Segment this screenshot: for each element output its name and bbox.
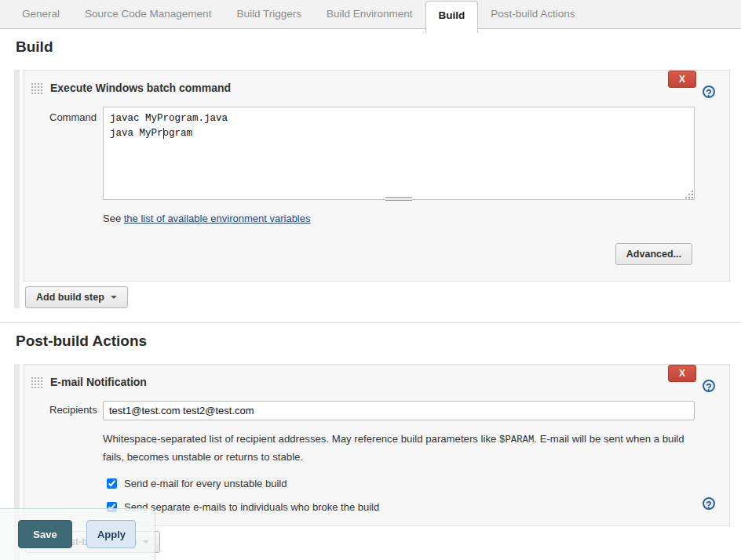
separate-emails-row: Send separate e-mails to individuals who… xyxy=(107,501,729,513)
tab-build-triggers[interactable]: Build Triggers xyxy=(224,0,314,28)
command-label: Command xyxy=(24,107,103,200)
env-variables-note: See the list of available environment va… xyxy=(103,213,729,224)
step-title: E-mail Notification xyxy=(50,376,147,388)
advanced-row: Advanced... xyxy=(24,243,692,265)
textarea-resize-bar[interactable] xyxy=(385,197,412,201)
advanced-button[interactable]: Advanced... xyxy=(615,243,692,265)
add-build-step-button[interactable]: Add build step xyxy=(25,286,128,308)
step-title: Execute Windows batch command xyxy=(50,82,231,94)
drag-handle-icon[interactable] xyxy=(31,82,42,94)
recipients-input[interactable] xyxy=(103,401,695,420)
step-header: Execute Windows batch command xyxy=(24,82,729,94)
checkbox-label: Send e-mail for every unstable build xyxy=(124,478,287,489)
tab-post-build-actions[interactable]: Post-build Actions xyxy=(478,0,587,28)
section-divider xyxy=(0,322,741,323)
help-icon[interactable]: ? xyxy=(703,380,715,392)
drag-handle-icon[interactable] xyxy=(31,376,42,388)
recipients-row: Recipients xyxy=(24,401,729,420)
checkbox-label: Send separate e-mails to individuals who… xyxy=(124,501,379,513)
tab-build[interactable]: Build xyxy=(425,1,479,33)
add-build-step-label: Add build step xyxy=(36,292,104,303)
tab-general[interactable]: General xyxy=(9,0,72,28)
batch-command-step: Execute Windows batch command X ? Comman… xyxy=(24,70,730,282)
apply-button[interactable]: Apply xyxy=(86,520,136,548)
config-tab-bar: General Source Code Management Build Tri… xyxy=(0,0,741,29)
save-apply-panel: Save Apply xyxy=(0,508,155,560)
recipients-label: Recipients xyxy=(24,401,103,420)
environment-variables-link[interactable]: the list of available environment variab… xyxy=(124,213,311,224)
param-code: $PARAM xyxy=(499,435,534,445)
tab-source-code-management[interactable]: Source Code Management xyxy=(72,0,224,28)
chevron-down-icon xyxy=(111,296,117,299)
unstable-build-row: Send e-mail for every unstable build xyxy=(107,478,729,489)
command-textarea[interactable]: javac MyProgram.java java MyProgram xyxy=(103,107,695,200)
step-header: E-mail Notification xyxy=(24,376,729,388)
postbuild-section-heading: Post-build Actions xyxy=(16,333,728,350)
email-notification-step: E-mail Notification X ? Recipients White… xyxy=(24,364,730,526)
text-cursor xyxy=(163,128,164,139)
command-line: javac MyProgram.java xyxy=(110,111,688,126)
see-text: See xyxy=(103,213,124,224)
delete-step-button[interactable]: X xyxy=(668,365,696,382)
save-button[interactable]: Save xyxy=(18,520,72,548)
textarea-resize-grip-icon[interactable] xyxy=(684,190,693,198)
help-icon[interactable]: ? xyxy=(703,497,715,510)
delete-step-button[interactable]: X xyxy=(668,71,696,88)
recipients-hint: Whitespace-separated list of recipient a… xyxy=(103,431,692,466)
step-gutter-strip xyxy=(14,70,20,308)
send-email-unstable-checkbox[interactable] xyxy=(107,478,117,489)
build-step-container: Execute Windows batch command X ? Comman… xyxy=(16,70,728,308)
build-section-heading: Build xyxy=(16,38,728,56)
command-line: java MyProgram xyxy=(110,126,688,141)
tab-build-environment[interactable]: Build Environment xyxy=(314,0,425,28)
command-row: Command javac MyProgram.java java MyProg… xyxy=(24,107,729,200)
help-icon[interactable]: ? xyxy=(703,85,715,98)
